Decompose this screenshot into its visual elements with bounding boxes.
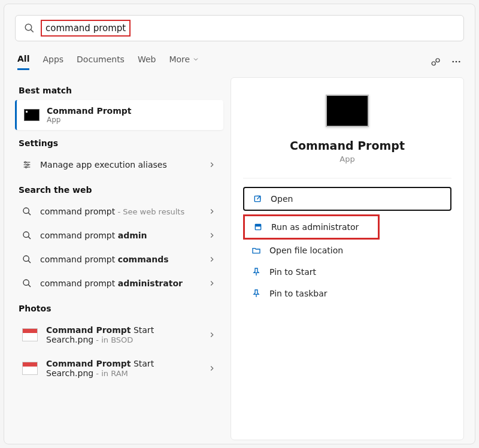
chevron-right-icon (208, 207, 216, 216)
web-result-text: command prompt commands (40, 255, 199, 264)
svg-point-5 (456, 61, 457, 63)
web-result-text: command prompt admin (40, 231, 199, 240)
results-left-pane: Best match Command Prompt App Settings M… (15, 77, 231, 440)
svg-line-22 (257, 196, 260, 199)
web-result-text: command prompt - See web results (40, 207, 199, 216)
action-run-as-administrator[interactable]: Run as administrator (245, 216, 367, 238)
start-search-window: command prompt All Apps Documents Web Mo… (4, 4, 475, 444)
search-icon (22, 255, 32, 264)
web-result-0[interactable]: command prompt - See web results (15, 199, 223, 223)
results-content: Best match Command Prompt App Settings M… (15, 77, 464, 440)
action-pin-to-taskbar[interactable]: Pin to taskbar (243, 283, 451, 304)
svg-point-6 (459, 61, 460, 63)
svg-point-3 (436, 59, 439, 62)
section-settings: Settings (15, 130, 223, 153)
tab-apps[interactable]: Apps (43, 55, 63, 69)
svg-point-0 (25, 24, 32, 31)
photo-result-text: Command Prompt Start Search.png - in BSO… (46, 325, 199, 344)
chevron-right-icon (208, 255, 216, 264)
svg-point-2 (432, 62, 435, 65)
open-icon (253, 194, 262, 204)
photo-result-1[interactable]: Command Prompt Start Search.png - in RAM (15, 352, 223, 385)
settings-item-aliases[interactable]: Manage app execution aliases (15, 153, 223, 177)
command-prompt-icon (326, 95, 369, 127)
tab-web[interactable]: Web (138, 55, 156, 69)
svg-line-14 (28, 213, 31, 215)
web-result-3[interactable]: command prompt administrator (15, 271, 223, 295)
section-best-match: Best match (15, 77, 223, 100)
web-result-1[interactable]: command prompt admin (15, 223, 223, 247)
detail-subtitle: App (339, 155, 354, 164)
detail-title: Command Prompt (290, 139, 405, 152)
tab-more-label: More (169, 55, 190, 64)
action-open[interactable]: Open (243, 187, 451, 211)
detail-pane: Command Prompt App Open Run as administr… (231, 77, 464, 440)
best-match-title: Command Prompt (47, 106, 131, 116)
chevron-right-icon (208, 279, 216, 287)
svg-point-4 (452, 61, 454, 63)
photo-thumb-icon (22, 362, 38, 375)
web-result-text: command prompt administrator (40, 279, 199, 288)
svg-point-17 (23, 256, 29, 261)
action-pin-start-label: Pin to Start (269, 267, 316, 277)
svg-point-15 (23, 232, 29, 237)
search-scope-tabs: All Apps Documents Web More (15, 51, 464, 72)
search-bar[interactable]: command prompt (15, 15, 464, 41)
folder-icon (251, 246, 261, 255)
svg-rect-24 (255, 224, 260, 226)
svg-point-11 (27, 164, 29, 166)
photo-result-0[interactable]: Command Prompt Start Search.png - in BSO… (15, 318, 223, 352)
pin-icon (251, 289, 261, 298)
action-list: Open Run as administrator Open file loca… (243, 187, 451, 304)
search-icon (22, 207, 32, 216)
svg-line-16 (28, 237, 31, 239)
chevron-right-icon (208, 331, 216, 339)
best-match-result[interactable]: Command Prompt App (15, 100, 223, 130)
section-photos: Photos (15, 295, 223, 318)
section-search-web: Search the web (15, 177, 223, 199)
chevron-down-icon (192, 56, 199, 63)
svg-point-10 (25, 162, 26, 164)
chevron-right-icon (208, 161, 216, 169)
tab-documents[interactable]: Documents (77, 55, 125, 69)
action-open-file-location[interactable]: Open file location (243, 240, 451, 261)
svg-line-1 (31, 30, 34, 32)
web-result-2[interactable]: command prompt commands (15, 247, 223, 271)
svg-line-20 (28, 284, 31, 287)
pin-icon (251, 267, 261, 277)
action-pin-to-start[interactable]: Pin to Start (243, 261, 451, 283)
action-open-label: Open (271, 194, 293, 204)
settings-list-icon (22, 160, 32, 169)
action-open-location-label: Open file location (269, 246, 343, 255)
photo-result-text: Command Prompt Start Search.png - in RAM (46, 359, 199, 378)
chevron-right-icon (208, 231, 216, 240)
search-query-text[interactable]: command prompt (41, 20, 131, 37)
search-options-icon[interactable] (431, 56, 441, 67)
more-icon[interactable] (451, 56, 462, 67)
tab-more[interactable]: More (169, 55, 199, 69)
tab-all[interactable]: All (17, 54, 29, 70)
action-run-admin-label: Run as administrator (271, 222, 359, 232)
divider (243, 178, 451, 178)
settings-item-label: Manage app execution aliases (40, 160, 199, 169)
best-match-subtitle: App (47, 116, 131, 124)
photo-thumb-icon (22, 328, 38, 341)
shield-icon (253, 222, 263, 232)
search-icon (24, 23, 35, 34)
svg-point-12 (25, 167, 27, 168)
svg-point-19 (23, 280, 29, 285)
action-pin-taskbar-label: Pin to taskbar (269, 289, 328, 298)
search-icon (22, 231, 32, 240)
chevron-right-icon (208, 364, 216, 373)
svg-line-18 (28, 261, 31, 263)
search-icon (22, 279, 32, 288)
svg-point-13 (23, 208, 29, 213)
command-prompt-icon (24, 109, 40, 121)
